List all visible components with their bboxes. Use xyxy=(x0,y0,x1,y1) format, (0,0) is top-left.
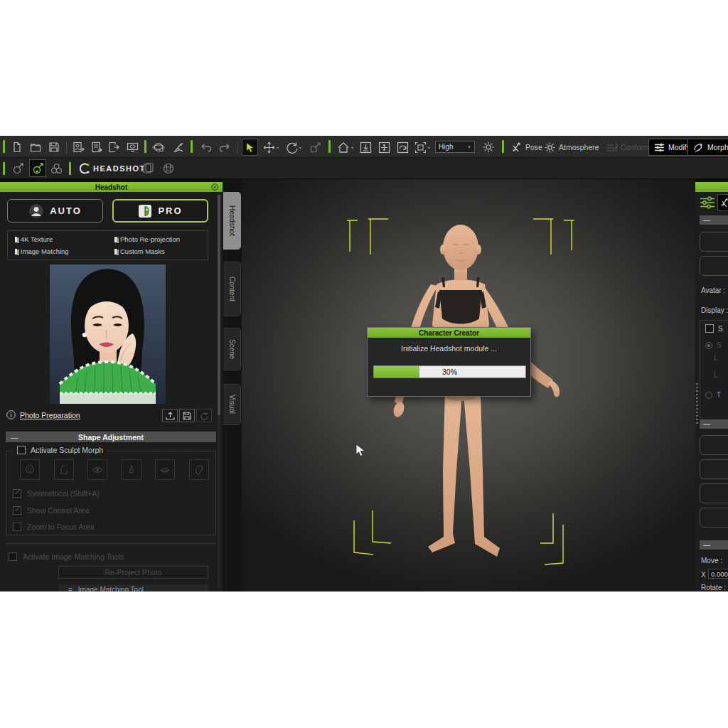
quality-dropdown[interactable]: High ▼ xyxy=(435,141,475,153)
tab-headshot[interactable]: Headshot xyxy=(223,192,241,250)
reset-photo-button xyxy=(196,409,212,422)
undo-button[interactable] xyxy=(199,139,212,156)
orbit-camera-button[interactable] xyxy=(397,139,409,156)
open-file-button[interactable] xyxy=(30,139,41,156)
panel-button[interactable] xyxy=(700,508,728,528)
symmetrical-checkbox xyxy=(13,489,21,498)
face-sculpt-button[interactable] xyxy=(29,159,46,177)
pro-mode-button[interactable]: PRO xyxy=(112,199,208,223)
section-header[interactable]: — xyxy=(700,215,728,225)
feature-item: Image Matching xyxy=(15,247,69,255)
headshot-face-button[interactable] xyxy=(162,160,175,177)
redo-button[interactable] xyxy=(219,139,232,156)
panel-button[interactable] xyxy=(700,483,728,503)
tab-content[interactable]: Content xyxy=(223,262,241,316)
morph-button[interactable]: Morph xyxy=(687,139,728,156)
headshot-panel: Headshot AUTO PRO 4K Texture Photo Re-pr… xyxy=(0,182,223,592)
divider xyxy=(3,140,5,153)
face-morph-button[interactable] xyxy=(11,160,25,177)
atmosphere-label: Atmosphere xyxy=(559,143,599,151)
tab-visual[interactable]: Visual xyxy=(223,384,241,425)
main-toolbar: ▾ ▾ ▾ ▾ High ▼ Pose Atmosphere Conform xyxy=(0,136,728,158)
radio-icon[interactable] xyxy=(705,392,712,399)
divider xyxy=(6,543,216,544)
save-photo-button[interactable] xyxy=(179,409,195,422)
atmosphere-button[interactable]: Atmosphere xyxy=(544,139,599,156)
select-tool-button[interactable] xyxy=(242,139,258,156)
photo-preparation-link[interactable]: Photo Preparation xyxy=(20,411,80,419)
panel-button[interactable] xyxy=(700,459,728,479)
activate-image-matching-checkbox xyxy=(9,552,17,561)
divider xyxy=(3,162,5,175)
display-radio-row[interactable]: T xyxy=(705,391,721,399)
scale-tool-button[interactable] xyxy=(310,139,321,156)
character-creator-window: ▾ ▾ ▾ ▾ High ▼ Pose Atmosphere Conform xyxy=(0,136,728,592)
export-button[interactable] xyxy=(108,139,120,156)
display-radio-row: S xyxy=(705,341,722,349)
zoom-focus-area-label: Zoom to Focus Area xyxy=(27,523,95,531)
import-motion-button[interactable] xyxy=(91,139,103,156)
sculpt-eye-button xyxy=(87,459,107,480)
frame-subject-button[interactable] xyxy=(360,139,372,156)
quality-value: High xyxy=(439,143,454,151)
panel-button[interactable] xyxy=(700,256,728,276)
auto-mode-button[interactable]: AUTO xyxy=(7,199,103,223)
preview-monitor-button[interactable] xyxy=(127,139,139,156)
headshot-mask-button[interactable] xyxy=(142,160,155,177)
feature-list: 4K Texture Photo Re-projection Image Mat… xyxy=(7,230,208,260)
pose-tab-icon xyxy=(720,198,728,208)
panel-button[interactable] xyxy=(700,232,728,252)
calibration-tool-button[interactable] xyxy=(172,139,185,156)
move-tool-button[interactable]: ▾ xyxy=(263,139,279,156)
rotate-tool-button[interactable]: ▾ xyxy=(286,139,301,156)
load-photo-button[interactable] xyxy=(162,409,178,422)
progress-dialog: Character Creator Initialize Headshot mo… xyxy=(367,327,531,397)
display-checkbox[interactable] xyxy=(705,324,714,333)
camera-view-button[interactable]: ▾ xyxy=(414,139,430,156)
shape-adjustment-header[interactable]: — Shape Adjustment xyxy=(6,432,216,442)
reproject-photo-button: Re-Project Photo xyxy=(58,566,208,579)
x-value-input[interactable]: 0.000 xyxy=(708,569,728,579)
render-button[interactable] xyxy=(152,139,165,156)
bullet-icon xyxy=(15,249,17,255)
pose-label: Pose xyxy=(525,143,542,151)
headshot-toolbar: HEADSHOT xyxy=(0,158,728,179)
close-icon[interactable] xyxy=(211,183,218,191)
viewport-3d[interactable]: Character Creator Initialize Headshot mo… xyxy=(242,179,695,592)
display-option-row[interactable]: S xyxy=(704,324,724,333)
import-character-button[interactable] xyxy=(73,139,85,156)
modify-tab-icon[interactable] xyxy=(700,196,715,209)
image-matching-tool-header[interactable]: = Image Matching Tool xyxy=(58,584,208,592)
feature-item: Photo Re-projection xyxy=(114,235,180,243)
headshot-logo-icon xyxy=(78,160,91,177)
activate-sculpt-morph-row[interactable]: Activate Sculpt Morph xyxy=(13,446,107,454)
tab-scene[interactable]: Scene xyxy=(223,328,241,370)
home-camera-button[interactable]: ▾ xyxy=(337,139,353,156)
section-header[interactable]: — xyxy=(700,419,728,429)
dropdown-caret-icon: ▾ xyxy=(299,145,301,150)
activate-sculpt-morph-checkbox[interactable] xyxy=(17,446,26,454)
frame-all-button[interactable] xyxy=(378,139,390,156)
sun-brightness-button[interactable] xyxy=(482,139,495,156)
divider xyxy=(328,140,331,153)
truncated-label: L xyxy=(714,354,718,362)
side-tab-strip: Headshot Content Scene Visual xyxy=(223,179,242,592)
dropdown-caret-icon: ▼ xyxy=(467,145,471,149)
pro-mode-icon xyxy=(138,204,152,218)
skin-blend-button[interactable] xyxy=(50,160,63,177)
progress-bar: 30% xyxy=(373,365,526,378)
zoom-focus-area-row: Zoom to Focus Area xyxy=(13,523,95,531)
panel-drag-handle[interactable] xyxy=(696,381,698,424)
source-photo xyxy=(50,264,166,404)
new-file-button[interactable] xyxy=(11,139,23,156)
scrollbar-thumb[interactable] xyxy=(218,195,220,415)
pose-tab-button[interactable] xyxy=(717,194,728,211)
panel-button[interactable] xyxy=(700,435,728,455)
pose-button[interactable]: Pose xyxy=(510,139,542,156)
save-button[interactable] xyxy=(48,139,60,156)
modify-panel-header xyxy=(695,182,728,192)
rotate-label: Rotate : xyxy=(701,584,726,592)
dialog-title: Character Creator xyxy=(368,328,530,338)
section-header[interactable]: — xyxy=(700,540,728,550)
left-panel-scrollbar[interactable] xyxy=(218,195,220,587)
